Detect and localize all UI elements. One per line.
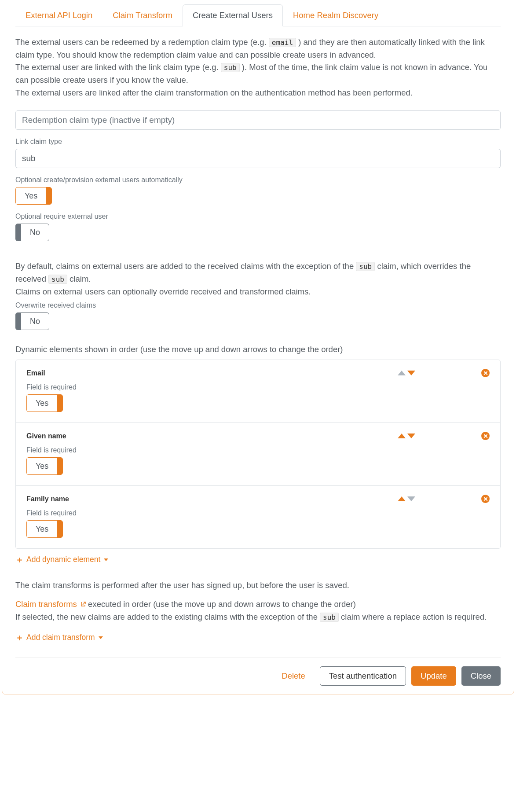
auto-create-label: Optional create/provision external users… <box>15 176 501 184</box>
plus-icon: ＋ <box>15 555 24 564</box>
claim-transforms-link[interactable]: Claim transforms <box>15 599 88 609</box>
dynamic-element-row: Given name Field is required Yes <box>16 423 500 485</box>
footer-actions: Delete Test authentication Update Close <box>15 666 501 686</box>
code-sub: sub <box>356 262 375 271</box>
close-button[interactable]: Close <box>461 666 501 686</box>
code-sub: sub <box>320 613 339 622</box>
move-up-icon[interactable] <box>398 496 406 501</box>
toggle-knob-icon <box>16 224 21 241</box>
tab-external-api-login[interactable]: External API Login <box>15 4 102 26</box>
toggle-knob-icon <box>57 458 62 474</box>
dynamic-element-row: Family name Field is required Yes <box>16 485 500 548</box>
dynamic-element-title: Given name <box>26 432 66 440</box>
redemption-claim-input[interactable] <box>15 110 501 130</box>
move-down-icon <box>407 496 415 501</box>
overwrite-toggle[interactable]: No <box>15 312 49 330</box>
overwrite-label: Overwrite received claims <box>15 301 501 309</box>
move-down-icon[interactable] <box>407 434 415 438</box>
move-up-icon <box>398 371 406 375</box>
required-toggle[interactable]: Yes <box>26 457 63 475</box>
link-claim-input[interactable] <box>15 149 501 168</box>
toggle-knob-icon <box>46 187 51 204</box>
toggle-knob-icon <box>57 395 62 412</box>
dynamic-elements-header: Dynamic elements shown in order (use the… <box>15 345 501 354</box>
link-claim-label: Link claim type <box>15 138 501 146</box>
toggle-knob-icon <box>16 313 21 330</box>
remove-element-button[interactable] <box>481 369 490 377</box>
require-user-label: Optional require external user <box>15 213 501 220</box>
required-toggle[interactable]: Yes <box>26 394 63 412</box>
remove-element-button[interactable] <box>481 495 490 503</box>
code-email: email <box>269 38 296 47</box>
test-authentication-button[interactable]: Test authentication <box>320 666 406 686</box>
claims-text: Claim transforms executed in order (use … <box>15 598 501 623</box>
remove-element-button[interactable] <box>481 432 490 440</box>
code-sub: sub <box>48 275 67 284</box>
external-link-icon <box>81 602 86 607</box>
required-label: Field is required <box>26 383 490 391</box>
mid-text: By default, claims on external users are… <box>15 260 501 298</box>
required-toggle[interactable]: Yes <box>26 520 63 538</box>
delete-button[interactable]: Delete <box>272 666 314 686</box>
tab-claim-transform[interactable]: Claim Transform <box>102 4 183 26</box>
add-dynamic-element-button[interactable]: ＋ Add dynamic element <box>15 555 501 564</box>
add-claim-transform-button[interactable]: ＋ Add claim transform <box>15 633 501 642</box>
chevron-down-icon <box>104 558 108 561</box>
tab-bar: External API Login Claim Transform Creat… <box>15 4 501 26</box>
required-label: Field is required <box>26 446 490 454</box>
required-label: Field is required <box>26 509 490 517</box>
move-down-icon[interactable] <box>407 371 415 375</box>
require-user-toggle[interactable]: No <box>15 224 49 241</box>
claims-intro: The claim transforms is performed after … <box>15 579 501 592</box>
auto-create-toggle[interactable]: Yes <box>15 187 52 205</box>
dynamic-element-title: Family name <box>26 495 69 503</box>
separator <box>15 657 501 658</box>
update-button[interactable]: Update <box>411 666 456 686</box>
tab-create-external-users[interactable]: Create External Users <box>183 4 283 26</box>
intro-text: The external users can be redeemed by a … <box>15 36 501 99</box>
move-up-icon[interactable] <box>398 434 406 438</box>
dynamic-elements-list: Email Field is required Yes Given name <box>15 360 501 549</box>
dynamic-element-title: Email <box>26 369 45 377</box>
dynamic-element-row: Email Field is required Yes <box>16 360 500 423</box>
chevron-down-icon <box>99 636 103 639</box>
toggle-knob-icon <box>57 521 62 537</box>
tab-home-realm-discovery[interactable]: Home Realm Discovery <box>283 4 388 26</box>
plus-icon: ＋ <box>15 633 24 642</box>
code-sub: sub <box>221 63 240 72</box>
